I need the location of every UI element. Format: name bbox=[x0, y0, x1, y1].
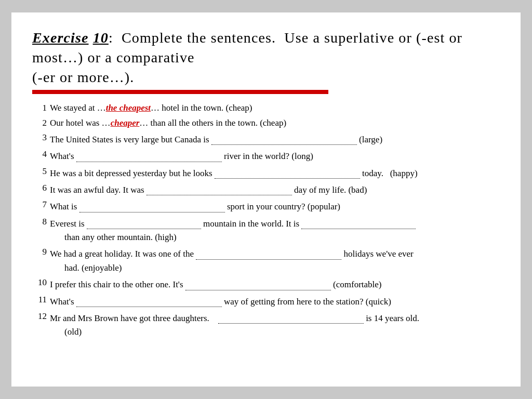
item-text: I prefer this chair to the other one. It… bbox=[50, 276, 500, 291]
list-item: 8 Everest is mountain in the world. It i… bbox=[32, 215, 500, 245]
slide-container: Exercise 10: Complete the sentences. Use… bbox=[11, 12, 521, 387]
blank-4 bbox=[76, 148, 222, 162]
item-number: 6 bbox=[32, 181, 47, 195]
item-number: 11 bbox=[32, 293, 47, 307]
blank-5 bbox=[215, 165, 360, 179]
item-text: What is sport in your country? (popular) bbox=[50, 198, 500, 214]
blank-7 bbox=[79, 198, 225, 212]
item-number: 7 bbox=[32, 198, 47, 211]
item-number: 4 bbox=[32, 148, 47, 161]
list-item: 3 The United States is very large but Ca… bbox=[32, 131, 500, 147]
exercises-list: 1 We stayed at …the cheapest… hotel in t… bbox=[32, 101, 500, 339]
item-number: 8 bbox=[32, 215, 47, 229]
item-number: 9 bbox=[32, 245, 47, 259]
list-item: 5 He was a bit depressed yesterday but h… bbox=[32, 165, 500, 180]
item-number: 1 bbox=[32, 101, 47, 115]
item-text: Everest is mountain in the world. It is … bbox=[50, 215, 500, 245]
item-text: What's way of getting from here to the s… bbox=[50, 293, 500, 309]
exercise-label: Exercise bbox=[32, 30, 89, 46]
list-item: 2 Our hotel was …cheaper… than all the o… bbox=[32, 116, 500, 130]
title-line2: (-er or more…). bbox=[32, 69, 134, 85]
item-text: We had a great holiday. It was one of th… bbox=[50, 245, 500, 275]
blank-6 bbox=[147, 181, 292, 195]
red-bar bbox=[32, 90, 328, 94]
list-item: 9 We had a great holiday. It was one of … bbox=[32, 245, 500, 275]
item-text: What's river in the world? (long) bbox=[50, 148, 500, 163]
blank-12 bbox=[218, 310, 364, 324]
item-text: He was a bit depressed yesterday but he … bbox=[50, 165, 500, 180]
item-number: 12 bbox=[32, 310, 47, 323]
list-item: 4 What's river in the world? (long) bbox=[32, 148, 500, 163]
item-number: 3 bbox=[32, 131, 47, 144]
list-item: 12 Mr and Mrs Brown have got three daugh… bbox=[32, 310, 500, 339]
answer-2: cheaper bbox=[111, 118, 140, 128]
blank-10 bbox=[185, 276, 331, 290]
item-number: 5 bbox=[32, 165, 47, 178]
item-text: Our hotel was …cheaper… than all the oth… bbox=[50, 116, 500, 130]
item-text: It was an awful day. It was day of my li… bbox=[50, 181, 500, 197]
title-section: Exercise 10: Complete the sentences. Use… bbox=[32, 28, 500, 87]
list-item: 11 What's way of getting from here to th… bbox=[32, 293, 500, 309]
list-item: 6 It was an awful day. It was day of my … bbox=[32, 181, 500, 197]
blank-3 bbox=[211, 131, 357, 145]
blank-9 bbox=[196, 245, 341, 259]
blank-11 bbox=[76, 293, 222, 307]
list-item: 10 I prefer this chair to the other one.… bbox=[32, 276, 500, 291]
list-item: 1 We stayed at …the cheapest… hotel in t… bbox=[32, 101, 500, 115]
item-text: Mr and Mrs Brown have got three daughter… bbox=[50, 310, 500, 339]
item-text: The United States is very large but Cana… bbox=[50, 131, 500, 147]
blank-8a bbox=[87, 215, 201, 229]
item-number: 2 bbox=[32, 116, 47, 130]
answer-1: the cheapest bbox=[106, 103, 151, 113]
item-number: 10 bbox=[32, 276, 47, 289]
blank-8b bbox=[301, 215, 416, 229]
item-text: We stayed at …the cheapest… hotel in the… bbox=[50, 101, 500, 115]
exercise-number: 10 bbox=[93, 30, 109, 46]
list-item: 7 What is sport in your country? (popula… bbox=[32, 198, 500, 214]
